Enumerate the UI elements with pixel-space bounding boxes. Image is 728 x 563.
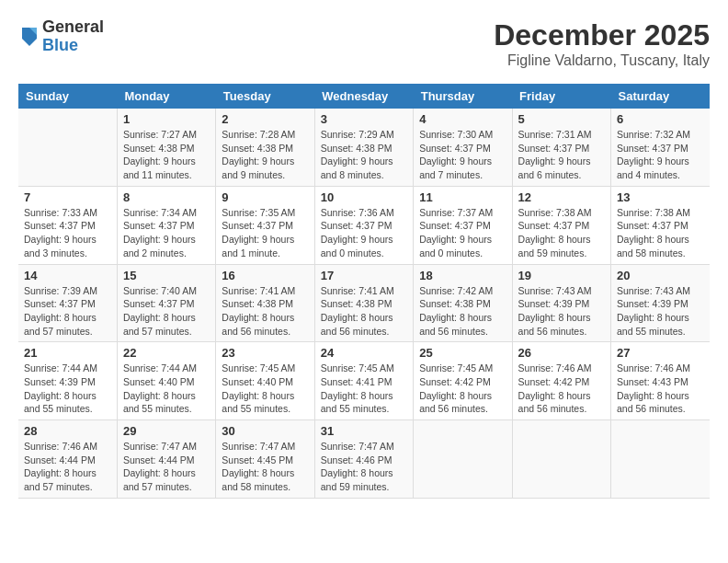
day-info: Sunrise: 7:45 AM Sunset: 4:42 PM Dayligh… <box>419 362 506 416</box>
calendar-cell <box>414 420 512 499</box>
calendar-cell <box>18 109 117 186</box>
day-info: Sunrise: 7:38 AM Sunset: 4:37 PM Dayligh… <box>617 206 704 260</box>
day-number: 6 <box>617 112 704 126</box>
calendar-cell: 14Sunrise: 7:39 AM Sunset: 4:37 PM Dayli… <box>18 264 117 342</box>
calendar-cell: 3Sunrise: 7:29 AM Sunset: 4:38 PM Daylig… <box>314 109 413 186</box>
day-info: Sunrise: 7:46 AM Sunset: 4:43 PM Dayligh… <box>617 362 704 416</box>
calendar-cell: 25Sunrise: 7:45 AM Sunset: 4:42 PM Dayli… <box>414 342 512 420</box>
day-number: 13 <box>617 190 704 204</box>
day-info: Sunrise: 7:40 AM Sunset: 4:37 PM Dayligh… <box>123 284 210 339</box>
day-number: 27 <box>617 346 704 360</box>
day-info: Sunrise: 7:44 AM Sunset: 4:40 PM Dayligh… <box>123 362 210 416</box>
calendar-cell: 16Sunrise: 7:41 AM Sunset: 4:38 PM Dayli… <box>216 264 314 342</box>
day-number: 16 <box>222 269 308 282</box>
day-number: 1 <box>123 112 210 126</box>
calendar-cell: 27Sunrise: 7:46 AM Sunset: 4:43 PM Dayli… <box>611 342 710 420</box>
day-number: 12 <box>518 190 605 204</box>
calendar-cell: 31Sunrise: 7:47 AM Sunset: 4:46 PM Dayli… <box>314 420 413 499</box>
day-info: Sunrise: 7:35 AM Sunset: 4:37 PM Dayligh… <box>222 206 308 260</box>
calendar-cell: 6Sunrise: 7:32 AM Sunset: 4:37 PM Daylig… <box>611 109 710 186</box>
calendar-cell: 20Sunrise: 7:43 AM Sunset: 4:39 PM Dayli… <box>611 264 710 342</box>
day-info: Sunrise: 7:37 AM Sunset: 4:37 PM Dayligh… <box>419 206 506 260</box>
calendar-cell: 11Sunrise: 7:37 AM Sunset: 4:37 PM Dayli… <box>414 186 512 264</box>
day-number: 21 <box>24 346 111 360</box>
day-number: 7 <box>24 190 111 204</box>
day-info: Sunrise: 7:43 AM Sunset: 4:39 PM Dayligh… <box>617 284 704 339</box>
logo-blue-text: Blue <box>42 37 104 55</box>
day-number: 17 <box>321 269 407 282</box>
calendar-cell: 5Sunrise: 7:31 AM Sunset: 4:37 PM Daylig… <box>512 109 610 186</box>
day-number: 11 <box>419 190 506 204</box>
weekday-header-wednesday: Wednesday <box>314 84 413 109</box>
day-number: 20 <box>617 269 704 282</box>
week-row-1: 1Sunrise: 7:27 AM Sunset: 4:38 PM Daylig… <box>18 109 710 186</box>
day-info: Sunrise: 7:39 AM Sunset: 4:37 PM Dayligh… <box>24 284 111 339</box>
day-info: Sunrise: 7:47 AM Sunset: 4:46 PM Dayligh… <box>321 440 407 494</box>
logo-icon <box>18 24 40 50</box>
calendar-cell: 17Sunrise: 7:41 AM Sunset: 4:38 PM Dayli… <box>314 264 413 342</box>
day-number: 15 <box>123 269 210 282</box>
day-info: Sunrise: 7:45 AM Sunset: 4:40 PM Dayligh… <box>222 362 308 416</box>
calendar-cell: 28Sunrise: 7:46 AM Sunset: 4:44 PM Dayli… <box>18 420 117 499</box>
day-number: 8 <box>123 190 210 204</box>
day-info: Sunrise: 7:30 AM Sunset: 4:37 PM Dayligh… <box>419 128 506 182</box>
day-number: 28 <box>24 424 111 438</box>
day-number: 26 <box>518 346 605 360</box>
day-number: 14 <box>24 269 111 282</box>
day-info: Sunrise: 7:27 AM Sunset: 4:38 PM Dayligh… <box>123 128 210 182</box>
day-info: Sunrise: 7:31 AM Sunset: 4:37 PM Dayligh… <box>518 128 605 182</box>
weekday-header-friday: Friday <box>512 84 610 109</box>
day-info: Sunrise: 7:36 AM Sunset: 4:37 PM Dayligh… <box>321 206 407 260</box>
logo-general-text: General <box>42 18 104 37</box>
day-info: Sunrise: 7:41 AM Sunset: 4:38 PM Dayligh… <box>222 284 308 339</box>
calendar-cell: 12Sunrise: 7:38 AM Sunset: 4:37 PM Dayli… <box>512 186 610 264</box>
day-number: 22 <box>123 346 210 360</box>
day-number: 19 <box>518 269 605 282</box>
day-info: Sunrise: 7:43 AM Sunset: 4:39 PM Dayligh… <box>518 284 605 339</box>
day-number: 30 <box>222 424 308 438</box>
day-info: Sunrise: 7:28 AM Sunset: 4:38 PM Dayligh… <box>222 128 308 182</box>
day-info: Sunrise: 7:34 AM Sunset: 4:37 PM Dayligh… <box>123 206 210 260</box>
title-area: December 2025 Figline Valdarno, Tuscany,… <box>494 18 710 69</box>
day-number: 25 <box>419 346 506 360</box>
calendar-cell: 13Sunrise: 7:38 AM Sunset: 4:37 PM Dayli… <box>611 186 710 264</box>
calendar-cell <box>611 420 710 499</box>
day-info: Sunrise: 7:32 AM Sunset: 4:37 PM Dayligh… <box>617 128 704 182</box>
calendar-cell: 18Sunrise: 7:42 AM Sunset: 4:38 PM Dayli… <box>414 264 512 342</box>
calendar-cell <box>512 420 610 499</box>
calendar-cell: 23Sunrise: 7:45 AM Sunset: 4:40 PM Dayli… <box>216 342 314 420</box>
location-title: Figline Valdarno, Tuscany, Italy <box>494 52 710 69</box>
calendar-cell: 8Sunrise: 7:34 AM Sunset: 4:37 PM Daylig… <box>117 186 215 264</box>
day-number: 2 <box>222 112 308 126</box>
logo: General Blue <box>18 18 104 55</box>
week-row-3: 14Sunrise: 7:39 AM Sunset: 4:37 PM Dayli… <box>18 264 710 342</box>
calendar-cell: 30Sunrise: 7:47 AM Sunset: 4:45 PM Dayli… <box>216 420 314 499</box>
day-info: Sunrise: 7:42 AM Sunset: 4:38 PM Dayligh… <box>419 284 506 339</box>
header: General Blue December 2025 Figline Valda… <box>18 18 710 69</box>
calendar-cell: 4Sunrise: 7:30 AM Sunset: 4:37 PM Daylig… <box>414 109 512 186</box>
calendar-cell: 22Sunrise: 7:44 AM Sunset: 4:40 PM Dayli… <box>117 342 215 420</box>
calendar-table: SundayMondayTuesdayWednesdayThursdayFrid… <box>18 84 710 499</box>
calendar-cell: 10Sunrise: 7:36 AM Sunset: 4:37 PM Dayli… <box>314 186 413 264</box>
day-number: 4 <box>419 112 506 126</box>
day-number: 31 <box>321 424 407 438</box>
day-number: 3 <box>321 112 407 126</box>
calendar-cell: 2Sunrise: 7:28 AM Sunset: 4:38 PM Daylig… <box>216 109 314 186</box>
day-number: 5 <box>518 112 605 126</box>
day-number: 29 <box>123 424 210 438</box>
calendar-cell: 26Sunrise: 7:46 AM Sunset: 4:42 PM Dayli… <box>512 342 610 420</box>
calendar-cell: 7Sunrise: 7:33 AM Sunset: 4:37 PM Daylig… <box>18 186 117 264</box>
calendar-cell: 29Sunrise: 7:47 AM Sunset: 4:44 PM Dayli… <box>117 420 215 499</box>
weekday-header-row: SundayMondayTuesdayWednesdayThursdayFrid… <box>18 84 710 109</box>
calendar-cell: 19Sunrise: 7:43 AM Sunset: 4:39 PM Dayli… <box>512 264 610 342</box>
weekday-header-tuesday: Tuesday <box>216 84 314 109</box>
calendar-cell: 9Sunrise: 7:35 AM Sunset: 4:37 PM Daylig… <box>216 186 314 264</box>
day-info: Sunrise: 7:44 AM Sunset: 4:39 PM Dayligh… <box>24 362 111 416</box>
day-info: Sunrise: 7:33 AM Sunset: 4:37 PM Dayligh… <box>24 206 111 260</box>
day-info: Sunrise: 7:46 AM Sunset: 4:44 PM Dayligh… <box>24 440 111 494</box>
week-row-5: 28Sunrise: 7:46 AM Sunset: 4:44 PM Dayli… <box>18 420 710 499</box>
day-info: Sunrise: 7:47 AM Sunset: 4:45 PM Dayligh… <box>222 440 308 494</box>
day-info: Sunrise: 7:46 AM Sunset: 4:42 PM Dayligh… <box>518 362 605 416</box>
calendar-cell: 21Sunrise: 7:44 AM Sunset: 4:39 PM Dayli… <box>18 342 117 420</box>
calendar-cell: 1Sunrise: 7:27 AM Sunset: 4:38 PM Daylig… <box>117 109 215 186</box>
